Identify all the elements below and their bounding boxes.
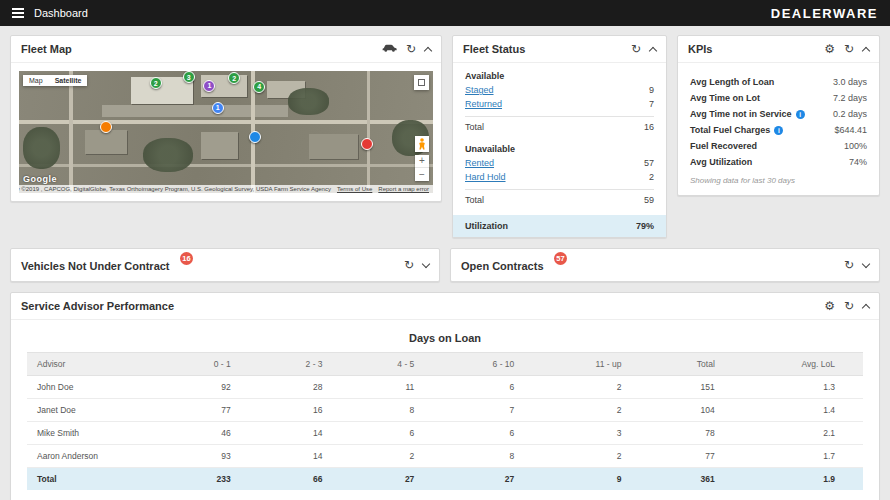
terms-of-use-link[interactable]: Terms of Use	[337, 186, 372, 192]
service-advisor-performance-header: Service Advisor Performance ⚙ ↻	[11, 293, 879, 320]
zoom-out-button[interactable]: −	[415, 168, 429, 181]
refresh-icon[interactable]: ↻	[631, 43, 641, 55]
title-with-badge: Vehicles Not Under Contract 16	[21, 256, 193, 274]
map-type-control: Map Satellite	[23, 75, 87, 86]
refresh-icon[interactable]: ↻	[844, 43, 854, 55]
kpi-row: Avg Utilization74%	[690, 157, 867, 167]
map-attribution: Map data ©2019 Google Imagery ©2019 , CA…	[19, 185, 433, 193]
table-cell: 6	[351, 422, 443, 445]
advisor-name-cell: Mike Smith	[27, 422, 167, 445]
map-marker[interactable]: 1	[212, 102, 224, 114]
hamburger-menu-icon[interactable]	[12, 6, 24, 20]
map-marker[interactable]: 2	[150, 77, 162, 89]
advisor-table-body: John Doe922811621511.3Janet Doe771687210…	[27, 376, 863, 491]
table-cell: 151	[649, 376, 742, 399]
title-with-badge: Open Contracts 57	[461, 256, 567, 274]
table-cell: 78	[649, 422, 742, 445]
kpi-row: Total Fuel Chargesi$644.41	[690, 125, 867, 135]
status-item-link[interactable]: Staged	[465, 85, 494, 95]
table-cell: 77	[167, 399, 259, 422]
fleet-map-header-icons: ↻	[382, 43, 431, 55]
refresh-icon[interactable]: ↻	[844, 300, 854, 312]
map-trees	[23, 127, 60, 168]
expand-chevron-icon[interactable]	[422, 259, 430, 267]
map-marker[interactable]: 3	[183, 71, 195, 83]
kpi-row: Fuel Recovered100%	[690, 141, 867, 151]
header-icons: ⚙ ↻	[824, 300, 869, 312]
gear-icon[interactable]: ⚙	[824, 300, 835, 312]
collapse-chevron-icon[interactable]	[424, 46, 432, 54]
fullscreen-button[interactable]	[414, 75, 429, 90]
info-icon[interactable]: i	[796, 110, 805, 119]
kpis-card: KPIs ⚙ ↻ Avg Length of Loan3.0 daysAvg T…	[677, 35, 880, 196]
zoom-in-button[interactable]: +	[415, 155, 429, 168]
status-item-link[interactable]: Hard Hold	[465, 172, 506, 182]
column-header: 0 - 1	[167, 353, 259, 376]
refresh-icon[interactable]: ↻	[406, 43, 416, 55]
topbar-left: Dashboard	[12, 6, 88, 20]
advisor-table-head-row: Advisor0 - 12 - 34 - 56 - 1011 - upTotal…	[27, 353, 863, 376]
open-contracts-header: Open Contracts 57 ↻	[451, 249, 879, 281]
refresh-icon[interactable]: ↻	[404, 259, 414, 271]
table-total-cell: 1.9	[743, 468, 863, 491]
map-marker[interactable]: 1	[203, 80, 215, 92]
table-cell: 14	[259, 445, 351, 468]
map-marker[interactable]	[100, 121, 112, 133]
status-item-value: 57	[644, 158, 654, 168]
topbar: Dashboard DEALERWARE	[0, 0, 890, 26]
column-header: Advisor	[27, 353, 167, 376]
map-marker[interactable]: 2	[228, 72, 240, 84]
column-header: 2 - 3	[259, 353, 351, 376]
kpi-row: Avg Length of Loan3.0 days	[690, 77, 867, 87]
kpi-value: 7.2 days	[833, 93, 867, 103]
table-row: John Doe922811621511.3	[27, 376, 863, 399]
table-row: Aaron Anderson9314282771.7	[27, 445, 863, 468]
advisor-table-wrapper: Advisor0 - 12 - 34 - 56 - 1011 - upTotal…	[11, 352, 879, 490]
table-cell: 6	[442, 376, 542, 399]
table-total-row: Total23366272793611.9	[27, 468, 863, 491]
satellite-view-button[interactable]: Satellite	[49, 75, 88, 86]
map-side-controls: + −	[415, 136, 429, 181]
table-cell: 46	[167, 422, 259, 445]
map-road	[19, 164, 433, 167]
fleet-status-header-icons: ↻	[631, 43, 656, 55]
table-total-cell: 66	[259, 468, 351, 491]
dashboard-page: Dashboard DEALERWARE Fleet Map ↻	[0, 0, 890, 500]
map-wrapper: Map Satellite 231241 + −	[11, 63, 441, 201]
table-cell: 28	[259, 376, 351, 399]
kpi-value: $644.41	[834, 125, 867, 135]
collapse-chevron-icon[interactable]	[862, 303, 870, 311]
open-contracts-title: Open Contracts	[461, 260, 544, 272]
gear-icon[interactable]: ⚙	[824, 43, 835, 55]
map-marker[interactable]: 4	[253, 81, 265, 93]
advisor-table: Advisor0 - 12 - 34 - 56 - 1011 - upTotal…	[27, 352, 863, 490]
status-item-value: 7	[649, 99, 654, 109]
status-section-heading: Available	[465, 71, 654, 81]
report-map-error-link[interactable]: Report a map error	[378, 186, 429, 192]
expand-chevron-icon[interactable]	[862, 259, 870, 267]
map-view-button[interactable]: Map	[23, 75, 49, 86]
refresh-icon[interactable]: ↻	[844, 259, 854, 271]
table-cell: 2	[542, 399, 649, 422]
attribution-text: Map data ©2019 Google Imagery ©2019 , CA…	[19, 186, 331, 192]
kpi-row: Avg Time not in Servicei0.2 days	[690, 109, 867, 119]
kpi-row: Avg Time on Lot7.2 days	[690, 93, 867, 103]
pegman-icon[interactable]	[415, 136, 429, 152]
utilization-value: 79%	[636, 221, 654, 231]
status-item-link[interactable]: Rented	[465, 158, 494, 168]
map-canvas[interactable]: Map Satellite 231241 + −	[19, 71, 433, 193]
table-total-cell: 27	[351, 468, 443, 491]
table-cell: 2.1	[743, 422, 863, 445]
info-icon[interactable]: i	[774, 126, 783, 135]
map-marker[interactable]	[249, 131, 261, 143]
table-cell: 77	[649, 445, 742, 468]
days-on-loan-title: Days on Loan	[11, 332, 879, 344]
vehicle-icon[interactable]	[382, 43, 397, 55]
table-total-cell: 27	[442, 468, 542, 491]
status-item-link[interactable]: Returned	[465, 99, 502, 109]
map-marker[interactable]	[361, 138, 373, 150]
collapse-chevron-icon[interactable]	[862, 46, 870, 54]
collapse-chevron-icon[interactable]	[649, 46, 657, 54]
count-badge: 16	[180, 252, 193, 265]
top-row: Fleet Map ↻	[10, 35, 880, 238]
